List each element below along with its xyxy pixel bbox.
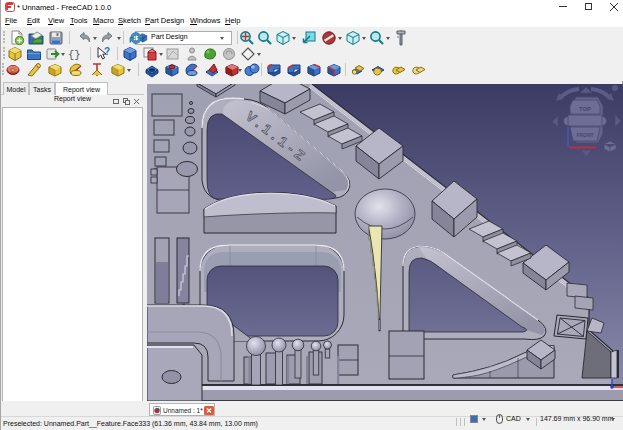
svg-text:TOP: TOP xyxy=(579,106,591,112)
svg-text:?: ? xyxy=(104,46,110,57)
svg-text:{}: {} xyxy=(68,49,81,61)
svg-text:FRONT: FRONT xyxy=(576,132,593,138)
